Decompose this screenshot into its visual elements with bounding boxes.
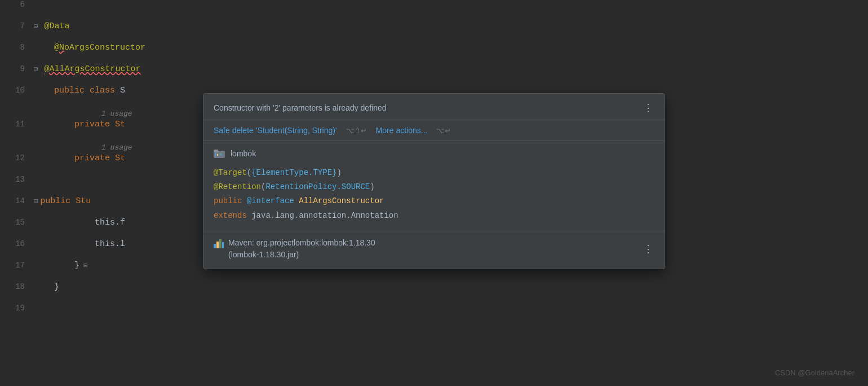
svg-rect-6 [220, 153, 222, 156]
safe-delete-shortcut: ⌥⇧↵ [346, 126, 367, 135]
close-brace-17: } [34, 261, 79, 270]
line-number-10: 10 [0, 86, 34, 95]
source-code-line-1: @Target({ElementType.TYPE}) [214, 166, 654, 180]
code-editor: 6 7 ⊟ @Data 8 @NoArgsConstructor 9 ⊟ @Al… [0, 0, 868, 386]
class-name-partial: S [120, 86, 125, 95]
source-code-line-3: public @interface AllArgsConstructor [214, 194, 654, 208]
line-content-12: private St [34, 153, 125, 163]
line-number-18: 18 [0, 282, 34, 291]
line-number-9: 9 [0, 64, 34, 73]
kw-public-10: public [34, 86, 90, 95]
line-number-11: 11 [0, 120, 34, 129]
popup-more-button[interactable]: ⋮ [643, 102, 654, 114]
line-number-7: 7 [0, 21, 34, 30]
safe-delete-action[interactable]: Safe delete 'Student(String, String)' [214, 126, 337, 135]
fold-icon-9[interactable]: ⊟ [34, 65, 42, 73]
line-number-8: 8 [0, 43, 34, 52]
kw-class-10: class [90, 86, 120, 95]
svg-rect-4 [217, 154, 218, 156]
fold-icon-7[interactable]: ⊟ [34, 22, 42, 30]
line-content-14: ⊟ public Stu [34, 196, 91, 206]
popup-source-section: lombok @Target({ElementType.TYPE}) @Rete… [203, 141, 665, 231]
annotation-data: @Data [44, 21, 69, 31]
line-content-9: ⊟ @AllArgsConstructor [34, 64, 140, 74]
line-number-13: 13 [0, 175, 34, 184]
folder-icon [214, 149, 225, 158]
svg-rect-9 [219, 239, 222, 248]
line-number-6: 6 [0, 0, 34, 9]
source-code-block: @Target({ElementType.TYPE}) @Retention(R… [214, 166, 654, 223]
line-number-16: 16 [0, 239, 34, 248]
error-popup: Constructor with '2' parameters is alrea… [203, 93, 665, 269]
line-content-10: public class S [34, 86, 125, 95]
source-header: lombok [214, 149, 654, 158]
popup-title: Constructor with '2' parameters is alrea… [214, 103, 387, 112]
close-brace-18: } [34, 282, 59, 292]
maven-line-1: Maven: org.projectlombok:lombok:1.18.30 [228, 237, 375, 249]
more-actions-shortcut: ⌥↵ [436, 126, 451, 135]
code-line-8: 8 @NoArgsConstructor [0, 43, 868, 64]
popup-actions-row: Safe delete 'Student(String, String)' ⌥⇧… [203, 120, 665, 141]
code-line-9: 9 ⊟ @AllArgsConstructor [0, 64, 868, 86]
svg-rect-8 [216, 242, 219, 248]
fold-icon-14[interactable]: ⊟ [34, 197, 38, 205]
line-content-11: private St [34, 120, 125, 129]
line-number-14: 14 [0, 196, 34, 205]
source-name-label: lombok [231, 149, 256, 158]
svg-rect-5 [219, 152, 220, 156]
line-content-15: this.f [34, 218, 125, 227]
line-number-12: 12 [0, 153, 34, 163]
line-content-8: @NoArgsConstructor [34, 43, 145, 52]
code-line-6: 6 [0, 0, 868, 21]
kw-public-stu: public Stu [40, 196, 91, 206]
source-code-line-4: extends java.lang.annotation.Annotation [214, 209, 654, 223]
source-code-line-2: @Retention(RetentionPolicy.SOURCE) [214, 180, 654, 194]
svg-rect-2 [214, 150, 218, 152]
svg-rect-7 [214, 244, 216, 248]
popup-footer-more-button[interactable]: ⋮ [643, 243, 654, 255]
maven-icon [214, 238, 224, 248]
watermark: CSDN @GoldenaArcher [775, 369, 854, 377]
kw-private-11: private St [34, 120, 125, 129]
annotation-allargs: @AllArgsConstructor [44, 64, 140, 74]
svg-rect-3 [215, 153, 216, 156]
this-f: this.f [34, 218, 125, 227]
popup-header: Constructor with '2' parameters is alrea… [203, 94, 665, 120]
line-content-7: ⊟ @Data [34, 21, 69, 31]
svg-rect-10 [222, 242, 224, 248]
more-actions-link[interactable]: More actions... [376, 126, 428, 135]
fold-icon-17[interactable]: ⊟ [79, 261, 87, 270]
maven-line-2: (lombok-1.18.30.jar) [228, 249, 375, 261]
line-content-17: } ⊟ [34, 261, 90, 270]
line-number-15: 15 [0, 218, 34, 227]
maven-text-block: Maven: org.projectlombok:lombok:1.18.30 … [228, 237, 375, 261]
code-line-19: 19 [0, 304, 868, 325]
line-content-18: } [34, 282, 59, 292]
annotation-noargs: @NoArgsConstructor [34, 43, 145, 52]
code-line-7: 7 ⊟ @Data [0, 21, 868, 43]
line-number-19: 19 [0, 304, 34, 313]
kw-private-12: private St [34, 153, 125, 163]
popup-footer: Maven: org.projectlombok:lombok:1.18.30 … [203, 231, 665, 269]
code-line-18: 18 } [0, 282, 868, 304]
line-content-16: this.l [34, 239, 125, 249]
maven-info: Maven: org.projectlombok:lombok:1.18.30 … [214, 237, 375, 261]
line-number-17: 17 [0, 261, 34, 270]
this-l: this.l [34, 239, 125, 249]
